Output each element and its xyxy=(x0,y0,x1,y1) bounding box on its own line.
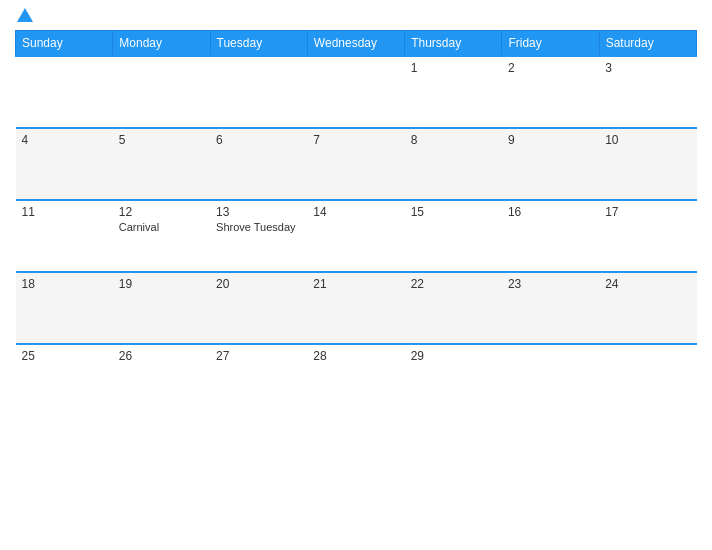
calendar-cell: 20 xyxy=(210,272,307,344)
day-number: 19 xyxy=(119,277,204,291)
calendar-cell: 22 xyxy=(405,272,502,344)
calendar-cell: 19 xyxy=(113,272,210,344)
day-number: 18 xyxy=(22,277,107,291)
day-of-week-header: Sunday xyxy=(16,31,113,57)
calendar-cell: 28 xyxy=(307,344,404,416)
calendar-cell: 17 xyxy=(599,200,696,272)
calendar-cell: 18 xyxy=(16,272,113,344)
calendar-cell: 12Carnival xyxy=(113,200,210,272)
logo-wrapper xyxy=(15,10,33,22)
day-number: 22 xyxy=(411,277,496,291)
calendar-table: SundayMondayTuesdayWednesdayThursdayFrid… xyxy=(15,30,697,416)
calendar-body: 123456789101112Carnival13Shrove Tuesday1… xyxy=(16,56,697,416)
day-number: 2 xyxy=(508,61,593,75)
event-label: Carnival xyxy=(119,221,204,233)
logo xyxy=(15,10,33,22)
calendar-week-row: 123 xyxy=(16,56,697,128)
calendar-cell: 6 xyxy=(210,128,307,200)
calendar-cell xyxy=(599,344,696,416)
calendar-container: SundayMondayTuesdayWednesdayThursdayFrid… xyxy=(0,0,712,550)
day-number: 16 xyxy=(508,205,593,219)
calendar-cell: 3 xyxy=(599,56,696,128)
day-number: 11 xyxy=(22,205,107,219)
calendar-cell xyxy=(210,56,307,128)
calendar-cell: 4 xyxy=(16,128,113,200)
day-number: 12 xyxy=(119,205,204,219)
day-of-week-header: Wednesday xyxy=(307,31,404,57)
day-number: 9 xyxy=(508,133,593,147)
day-number: 20 xyxy=(216,277,301,291)
day-number: 6 xyxy=(216,133,301,147)
day-number: 17 xyxy=(605,205,690,219)
calendar-cell xyxy=(113,56,210,128)
logo-row1 xyxy=(15,10,33,22)
day-number: 26 xyxy=(119,349,204,363)
calendar-cell: 23 xyxy=(502,272,599,344)
day-number: 4 xyxy=(22,133,107,147)
calendar-header: SundayMondayTuesdayWednesdayThursdayFrid… xyxy=(16,31,697,57)
day-number: 23 xyxy=(508,277,593,291)
calendar-cell: 10 xyxy=(599,128,696,200)
calendar-cell: 29 xyxy=(405,344,502,416)
day-of-week-header: Thursday xyxy=(405,31,502,57)
calendar-cell xyxy=(16,56,113,128)
calendar-week-row: 18192021222324 xyxy=(16,272,697,344)
header xyxy=(15,10,697,22)
logo-triangle-icon xyxy=(17,8,33,22)
calendar-cell: 16 xyxy=(502,200,599,272)
calendar-cell: 14 xyxy=(307,200,404,272)
day-number: 24 xyxy=(605,277,690,291)
calendar-cell: 1 xyxy=(405,56,502,128)
calendar-week-row: 45678910 xyxy=(16,128,697,200)
day-number: 25 xyxy=(22,349,107,363)
day-of-week-header: Friday xyxy=(502,31,599,57)
calendar-cell: 2 xyxy=(502,56,599,128)
day-number: 13 xyxy=(216,205,301,219)
day-number: 7 xyxy=(313,133,398,147)
calendar-cell: 8 xyxy=(405,128,502,200)
day-number: 28 xyxy=(313,349,398,363)
day-number: 10 xyxy=(605,133,690,147)
event-label: Shrove Tuesday xyxy=(216,221,301,233)
calendar-cell: 11 xyxy=(16,200,113,272)
day-number: 29 xyxy=(411,349,496,363)
calendar-week-row: 2526272829 xyxy=(16,344,697,416)
day-number: 14 xyxy=(313,205,398,219)
days-of-week-row: SundayMondayTuesdayWednesdayThursdayFrid… xyxy=(16,31,697,57)
calendar-cell: 5 xyxy=(113,128,210,200)
calendar-cell: 9 xyxy=(502,128,599,200)
day-number: 15 xyxy=(411,205,496,219)
day-number: 27 xyxy=(216,349,301,363)
calendar-cell: 15 xyxy=(405,200,502,272)
calendar-cell: 7 xyxy=(307,128,404,200)
calendar-cell: 21 xyxy=(307,272,404,344)
day-number: 3 xyxy=(605,61,690,75)
day-of-week-header: Saturday xyxy=(599,31,696,57)
calendar-cell xyxy=(307,56,404,128)
day-number: 1 xyxy=(411,61,496,75)
calendar-cell: 24 xyxy=(599,272,696,344)
day-number: 21 xyxy=(313,277,398,291)
calendar-cell: 13Shrove Tuesday xyxy=(210,200,307,272)
calendar-cell: 25 xyxy=(16,344,113,416)
day-of-week-header: Monday xyxy=(113,31,210,57)
calendar-cell: 27 xyxy=(210,344,307,416)
day-number: 8 xyxy=(411,133,496,147)
day-of-week-header: Tuesday xyxy=(210,31,307,57)
calendar-cell xyxy=(502,344,599,416)
calendar-week-row: 1112Carnival13Shrove Tuesday14151617 xyxy=(16,200,697,272)
calendar-cell: 26 xyxy=(113,344,210,416)
day-number: 5 xyxy=(119,133,204,147)
